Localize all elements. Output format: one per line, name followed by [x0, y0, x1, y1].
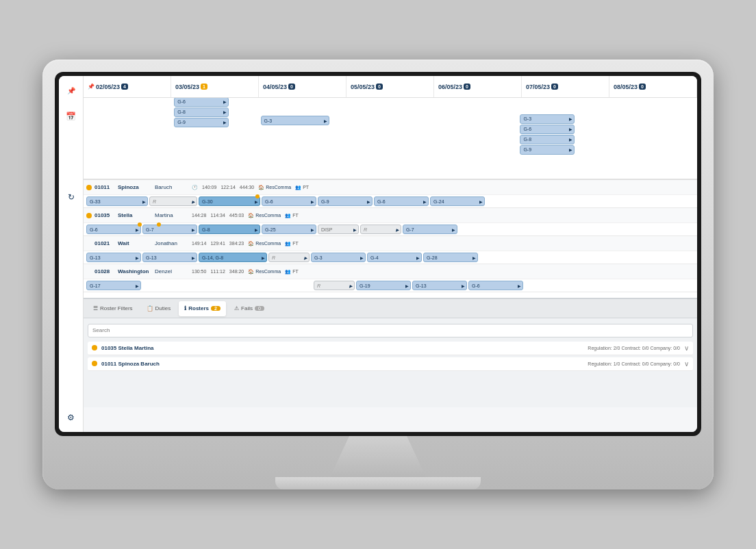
warn-icon: ⚠	[234, 305, 239, 311]
emp-bar-0-6[interactable]: G-24	[430, 196, 485, 206]
emp-bar-1-1[interactable]: G-7	[142, 225, 197, 234]
gantt-area: G-4 G-6 G-8 G-9 G-3	[84, 98, 697, 432]
tab-duties[interactable]: 📋 Duties	[141, 301, 177, 316]
emp-bar-0-2[interactable]: G-30	[199, 196, 260, 206]
emp-bar-2-5[interactable]: G-4	[367, 253, 422, 262]
emp-time1-2: 149:14	[192, 241, 206, 246]
bar-g9[interactable]: G-9	[174, 118, 229, 127]
date-col-6: 08/05/23 0	[609, 76, 697, 97]
emp-type-2: 👥 FT	[285, 241, 299, 246]
date-col-4: 06/05/23 0	[434, 76, 522, 97]
emp-first-3: Denzel	[155, 268, 189, 274]
bar-g3-right[interactable]: G-3	[520, 114, 575, 124]
badge-6: 0	[639, 84, 646, 90]
emp-stats-1: 144:28 114:34 445:03 🏠 ResComma 👥 FT	[192, 213, 299, 218]
emp-bar-2-0[interactable]: G-13	[86, 253, 141, 262]
emp-stats-2: 149:14 129:41 384:23 🏠 ResComma 👥 FT	[192, 241, 299, 246]
emp-bar-2-1[interactable]: G-13	[142, 253, 197, 262]
emp-time1-0: 140:09	[202, 185, 216, 190]
roster-dot-0	[92, 345, 97, 350]
roster-chevron-1: ∨	[684, 360, 689, 368]
emp-stats-3: 130:50 111:12 348:20 🏠 ResComma 👥 FT	[192, 269, 299, 274]
emp-first-2: Jonathan	[155, 240, 189, 246]
roster-name-1: 01011 Spinoza Baruch	[101, 361, 583, 367]
filter-icon: ☰	[93, 305, 98, 311]
emp-time2-3: 111:12	[210, 269, 225, 274]
emp-bar-1-6[interactable]: G-7	[403, 225, 457, 234]
bar-g8-right[interactable]: G-8	[520, 135, 575, 144]
unassigned-row-3: G-3 G-6 G-8 G-9	[84, 128, 697, 140]
emp-bar-3-5[interactable]: G-6	[468, 281, 523, 290]
bar-g8[interactable]: G-8	[174, 107, 229, 117]
pin-icon-0: 📌	[88, 84, 94, 90]
emp-bar-3-4[interactable]: G-13	[412, 281, 467, 290]
emp-bar-2-4[interactable]: G-3	[311, 253, 366, 262]
emp-id-2: 01021	[94, 240, 115, 246]
tab-roster-filters[interactable]: ☰ Roster Filters	[88, 301, 138, 316]
emp-bar-0-3[interactable]: G-6	[262, 196, 316, 206]
tab-label-3: Fails	[241, 305, 253, 311]
emp-id-1: 01035	[94, 212, 115, 218]
pin-icon[interactable]: 📌	[64, 83, 79, 98]
emp-bar-1-0[interactable]: G-6	[86, 225, 141, 234]
tab-label-2: Rosters	[188, 305, 209, 311]
emp-bar-0-5[interactable]: G-6	[374, 196, 429, 206]
emp-type-3: 👥 FT	[285, 269, 299, 274]
date-col-3: 05/05/23 0	[346, 76, 434, 97]
employee-header-3: 01028 Washington Denzel 130:50 111:12 34…	[84, 264, 697, 279]
emp-bar-2-3[interactable]: R	[268, 253, 310, 262]
emp-bar-0-4[interactable]: G-9	[318, 196, 373, 206]
roster-dot-1	[92, 361, 97, 366]
emp-id-3: 01028	[94, 268, 115, 274]
emp-last-3: Washington	[118, 268, 152, 274]
emp-time2-0: 122:14	[220, 185, 235, 190]
refresh-icon[interactable]: ↻	[64, 190, 79, 205]
emp-bar-0-0[interactable]: G-33	[86, 196, 148, 206]
monitor-base	[275, 477, 481, 489]
emp-bar-1-4[interactable]: DISP	[318, 225, 359, 234]
emp-bar-2-2[interactable]: G-14, G-8	[199, 253, 267, 262]
bar-g6-right[interactable]: G-6	[520, 125, 575, 134]
emp-home-2: 🏠 ResComma	[248, 241, 281, 246]
fails-badge: 0	[255, 306, 264, 311]
tab-rosters[interactable]: ℹ Rosters 2	[179, 301, 226, 316]
bar-g9-right[interactable]: G-9	[520, 145, 575, 155]
emp-time1-3: 130:50	[192, 269, 206, 274]
date-0: 02/05/23	[96, 84, 120, 90]
emp-bar-1-3[interactable]: G-25	[262, 225, 316, 234]
rosters-badge: 2	[211, 306, 220, 311]
timeline-header: 📌 02/05/23 4 03/05/23 1 04/05/23 0 05/05…	[84, 76, 697, 98]
emp-bars-0: G-33 R G-30 G-6 G-9 G-6 G-24	[84, 195, 697, 207]
emp-dot-1	[86, 213, 92, 218]
roster-item-0[interactable]: 01035 Stella Martina Regulation: 2/0 Con…	[88, 342, 693, 355]
emp-bar-3-3[interactable]: G-19	[356, 281, 411, 290]
search-input[interactable]	[88, 324, 693, 337]
emp-type-0: 👥 PT	[295, 185, 309, 190]
tab-label-0: Roster Filters	[100, 305, 133, 311]
bar-g3-top[interactable]: G-3	[261, 116, 329, 125]
calendar-icon[interactable]: 📅	[64, 109, 79, 124]
emp-bar-1-2[interactable]: G-8	[199, 225, 260, 234]
employee-section-2: 01021 Wait Jonathan 149:14 129:41 384:23…	[84, 236, 697, 264]
badge-4: 0	[464, 84, 470, 90]
roster-item-1[interactable]: 01011 Spinoza Baruch Regulation: 1/0 Con…	[88, 357, 693, 371]
main-content: 📌 02/05/23 4 03/05/23 1 04/05/23 0 05/05…	[84, 76, 697, 432]
emp-bar-3-2[interactable]: R	[314, 281, 355, 290]
emp-home-1: 🏠 ResComma	[248, 213, 281, 218]
bar-g6[interactable]: G-6	[174, 98, 229, 107]
badge-2: 0	[288, 84, 295, 90]
gantt-top: G-4 G-6 G-8 G-9 G-3	[84, 98, 697, 180]
emp-bar-2-6[interactable]: G-28	[423, 253, 478, 262]
emp-bar-3-0[interactable]: G-17	[86, 281, 141, 290]
employee-header-2: 01021 Wait Jonathan 149:14 129:41 384:23…	[84, 236, 697, 251]
emp-bar-1-5[interactable]: R	[360, 225, 401, 234]
settings-icon[interactable]: ⚙	[64, 410, 79, 425]
employee-header-1: 01035 Stella Martina 144:28 114:34 445:0…	[84, 208, 697, 223]
emp-bar-0-1[interactable]: R	[149, 196, 197, 206]
roster-stats-1: Regulation: 1/0 Contract: 0/0 Company: 0…	[588, 361, 680, 366]
tab-fails[interactable]: ⚠ Fails 0	[229, 301, 270, 316]
employee-section-0: 01011 Spinoza Baruch 🕐 140:09 122:14 444…	[84, 180, 697, 208]
bottom-panel: ☰ Roster Filters 📋 Duties ℹ Rosters 2	[84, 298, 697, 407]
emp-home-3: 🏠 ResComma	[248, 269, 281, 274]
emp-time3-2: 384:23	[229, 241, 244, 246]
